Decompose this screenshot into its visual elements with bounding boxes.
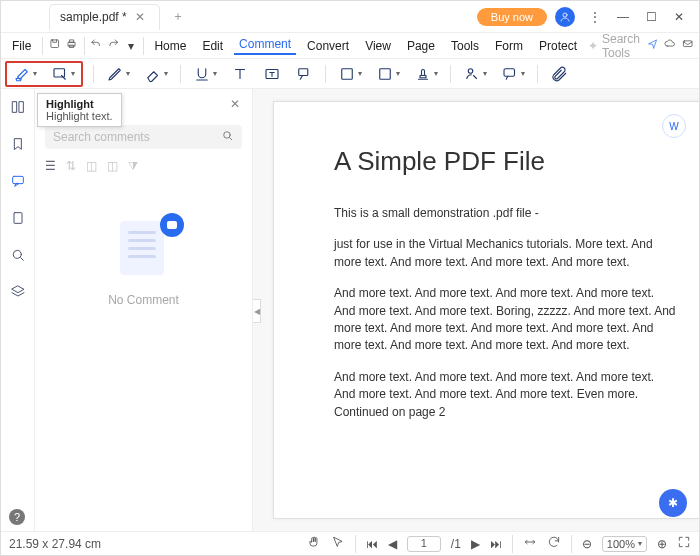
undo-icon[interactable] <box>90 38 101 52</box>
fullscreen-icon[interactable] <box>677 535 691 552</box>
menu-protect[interactable]: Protect <box>534 39 582 53</box>
menu-form[interactable]: Form <box>490 39 528 53</box>
search-comments-input[interactable]: Search comments <box>45 125 242 149</box>
filter-2-icon[interactable]: ◫ <box>107 159 118 173</box>
shape-tool[interactable]: ▾ <box>374 63 402 85</box>
highlight-tooltip: Highlight Highlight text. <box>37 93 122 127</box>
textbox-tool[interactable] <box>261 63 283 85</box>
svg-point-18 <box>224 132 231 139</box>
menu-view[interactable]: View <box>360 39 396 53</box>
comments-panel-icon[interactable] <box>10 173 26 192</box>
pencil-tool[interactable]: ▾ <box>104 63 132 85</box>
menu-home[interactable]: Home <box>149 39 191 53</box>
menu-edit[interactable]: Edit <box>197 39 228 53</box>
expand-icon[interactable]: ⇅ <box>66 159 76 173</box>
minimize-icon[interactable]: ― <box>609 10 637 24</box>
zoom-in-icon[interactable]: ⊕ <box>657 537 667 551</box>
svg-rect-15 <box>12 176 23 183</box>
menu-page[interactable]: Page <box>402 39 440 53</box>
fit-width-icon[interactable] <box>523 535 537 552</box>
page-dimensions: 21.59 x 27.94 cm <box>9 537 101 551</box>
note-tool[interactable]: ▾ <box>336 63 364 85</box>
no-comment-illustration <box>104 213 184 283</box>
last-page-icon[interactable]: ⏭ <box>490 537 502 551</box>
prev-page-icon[interactable]: ◀ <box>388 537 397 551</box>
tab-title: sample.pdf * <box>60 10 127 24</box>
sort-icon[interactable]: ☰ <box>45 159 56 173</box>
menu-convert[interactable]: Convert <box>302 39 354 53</box>
svg-rect-13 <box>12 102 16 113</box>
comment-filter-row: ☰ ⇅ ◫ ◫ ⧩ <box>45 159 242 173</box>
doc-para: This is a small demonstration .pdf file … <box>334 205 678 222</box>
svg-rect-5 <box>683 41 692 47</box>
eraser-tool[interactable]: ▾ <box>142 63 170 85</box>
collapse-sidebar-handle[interactable]: ◀ <box>253 299 261 323</box>
email-icon[interactable] <box>682 38 693 52</box>
thumbnails-icon[interactable] <box>10 99 26 118</box>
filter-1-icon[interactable]: ◫ <box>86 159 97 173</box>
highlight-tool[interactable]: ▾ <box>11 63 39 85</box>
close-panel-icon[interactable]: ✕ <box>230 97 240 111</box>
attachment-tool[interactable] <box>548 63 570 85</box>
signature-tool[interactable]: ▾ <box>461 63 489 85</box>
manage-comments-tool[interactable]: ▾ <box>499 63 527 85</box>
document-tab[interactable]: sample.pdf * ✕ <box>49 4 160 30</box>
new-tab-button[interactable]: ＋ <box>168 8 188 25</box>
search-panel-icon[interactable] <box>10 247 26 266</box>
next-page-icon[interactable]: ▶ <box>471 537 480 551</box>
search-icon <box>221 129 234 145</box>
menu-file[interactable]: File <box>7 39 36 53</box>
buy-now-button[interactable]: Buy now <box>477 8 547 26</box>
svg-rect-9 <box>342 68 353 79</box>
callout-tool[interactable] <box>293 63 315 85</box>
pdf-page: W A Simple PDF File This is a small demo… <box>273 101 699 519</box>
user-avatar[interactable] <box>555 7 575 27</box>
assistant-fab[interactable]: ✱ <box>659 489 687 517</box>
hand-tool-icon[interactable] <box>307 535 321 552</box>
select-tool-icon[interactable] <box>331 535 345 552</box>
svg-rect-14 <box>19 102 23 113</box>
underline-tool[interactable]: ▾ <box>191 63 219 85</box>
redo-icon[interactable] <box>108 38 119 52</box>
menu-comment[interactable]: Comment <box>234 37 296 55</box>
doc-para: just for use in the Virtual Mechanics tu… <box>334 236 678 271</box>
bookmarks-icon[interactable] <box>10 136 26 155</box>
maximize-icon[interactable]: ☐ <box>637 10 665 24</box>
svg-point-17 <box>13 250 21 258</box>
share-icon[interactable] <box>647 38 658 52</box>
text-tool[interactable] <box>229 63 251 85</box>
svg-rect-2 <box>69 43 76 47</box>
zoom-out-icon[interactable]: ⊖ <box>582 537 592 551</box>
page-total: /1 <box>451 537 461 551</box>
redo-dropdown-icon[interactable]: ▾ <box>125 39 136 53</box>
filter-3-icon[interactable]: ⧩ <box>128 159 138 173</box>
doc-para: And more text. And more text. And more t… <box>334 285 678 355</box>
close-window-icon[interactable]: ✕ <box>665 10 693 24</box>
search-tools[interactable]: ✦Search Tools <box>588 32 641 60</box>
rotate-icon[interactable] <box>547 535 561 552</box>
svg-rect-8 <box>299 68 308 75</box>
zoom-select[interactable]: 100%▾ <box>602 536 647 552</box>
word-export-icon[interactable]: W <box>662 114 686 138</box>
doc-heading: A Simple PDF File <box>334 146 678 177</box>
highlighted-tool-group: ▾ ▾ <box>5 61 83 87</box>
menu-tools[interactable]: Tools <box>446 39 484 53</box>
svg-rect-1 <box>51 40 59 48</box>
svg-rect-6 <box>54 68 65 76</box>
no-comment-label: No Comment <box>45 293 242 307</box>
cloud-icon[interactable] <box>664 38 675 52</box>
svg-point-0 <box>563 13 567 17</box>
first-page-icon[interactable]: ⏮ <box>366 537 378 551</box>
page-number-input[interactable]: 1 <box>407 536 441 552</box>
help-icon[interactable]: ? <box>9 509 25 525</box>
kebab-icon[interactable]: ⋮ <box>581 10 609 24</box>
stamp-tool[interactable]: ▾ <box>412 63 440 85</box>
save-icon[interactable] <box>49 38 60 52</box>
svg-point-11 <box>468 68 473 73</box>
close-tab-icon[interactable]: ✕ <box>135 10 149 24</box>
area-highlight-tool[interactable]: ▾ <box>49 63 77 85</box>
print-icon[interactable] <box>66 38 77 52</box>
attachments-panel-icon[interactable] <box>10 210 26 229</box>
svg-rect-10 <box>380 68 391 79</box>
layers-icon[interactable] <box>10 284 26 303</box>
